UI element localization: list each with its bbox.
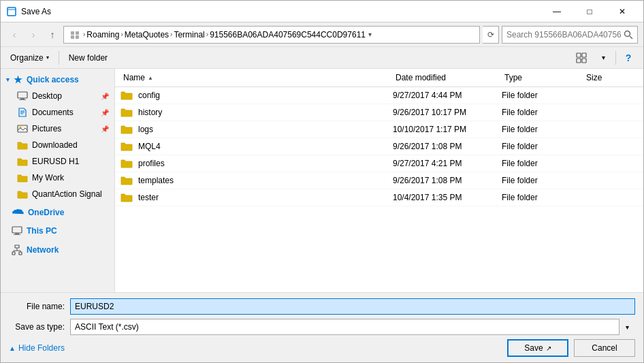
- sidebar-section-network: Network: [1, 242, 114, 258]
- cancel-label: Cancel: [592, 343, 617, 353]
- cancel-button[interactable]: Cancel: [574, 339, 635, 357]
- sidebar-header-network[interactable]: Network: [1, 242, 114, 258]
- folder-icon: [120, 192, 133, 203]
- sidebar-item-documents[interactable]: Documents 📌: [1, 104, 114, 121]
- organize-button[interactable]: Organize ▾: [6, 50, 53, 65]
- window-title: Save As: [21, 7, 541, 16]
- sidebar-item-mywork[interactable]: My Work: [1, 170, 114, 186]
- svg-rect-2: [71, 31, 74, 35]
- forward-button[interactable]: ›: [25, 27, 42, 43]
- col-header-size[interactable]: Size: [583, 72, 638, 84]
- back-button[interactable]: ‹: [6, 27, 22, 43]
- filetype-select[interactable]: ASCII Text (*.csv): [70, 319, 635, 335]
- sidebar-section-onedrive: OneDrive: [1, 205, 114, 220]
- view-button[interactable]: [572, 50, 591, 66]
- search-icon: [624, 30, 633, 40]
- svg-rect-24: [12, 252, 15, 255]
- col-header-type[interactable]: Type: [502, 72, 583, 84]
- minimize-button[interactable]: —: [541, 1, 573, 22]
- file-name-cell: templates: [120, 175, 393, 186]
- file-type-cell: File folder: [502, 108, 583, 117]
- table-row[interactable]: templates 9/26/2017 1:08 PM File folder: [115, 172, 643, 189]
- help-label: ?: [626, 52, 632, 63]
- breadcrumb-terminal[interactable]: Terminal: [174, 30, 204, 40]
- save-button[interactable]: Save ↗: [507, 339, 568, 357]
- sidebar-item-pictures[interactable]: Pictures 📌: [1, 121, 114, 137]
- folder-icon: [120, 107, 133, 118]
- sidebar-section-thispc: This PC: [1, 223, 114, 239]
- table-row[interactable]: config 9/27/2017 4:44 PM File folder: [115, 87, 643, 104]
- new-folder-button[interactable]: New folder: [65, 50, 112, 65]
- sidebar-header-quick-access[interactable]: ▾ ★ Quick access: [1, 72, 114, 88]
- sidebar: ▾ ★ Quick access Desktop 📌 Documents 📌: [1, 69, 115, 292]
- footer-filetype-row: Save as type: ASCII Text (*.csv) ▾: [9, 319, 635, 335]
- col-header-date[interactable]: Date modified: [393, 72, 502, 84]
- breadcrumb-roaming[interactable]: Roaming: [86, 30, 119, 40]
- sidebar-quantaction-label: QuantAction Signal: [32, 189, 102, 199]
- col-header-name[interactable]: Name ▲: [120, 72, 393, 84]
- svg-rect-3: [76, 31, 79, 35]
- maximize-button[interactable]: □: [574, 1, 605, 22]
- file-list-header: Name ▲ Date modified Type Size: [115, 69, 643, 87]
- sidebar-item-desktop[interactable]: Desktop 📌: [1, 88, 114, 104]
- sidebar-pictures-label: Pictures: [32, 124, 61, 133]
- file-date-cell: 9/26/2017 1:08 PM: [393, 176, 502, 185]
- sidebar-eurusd-label: EURUSD H1: [32, 157, 79, 166]
- new-folder-label: New folder: [69, 53, 108, 63]
- sidebar-documents-label: Documents: [32, 108, 74, 117]
- toolbar-divider: [59, 51, 59, 65]
- breadcrumb[interactable]: › Roaming › MetaQuotes › Terminal › 9155…: [63, 26, 480, 44]
- view-dropdown-button[interactable]: ▾: [594, 50, 613, 66]
- onedrive-icon: [12, 208, 24, 217]
- breadcrumb-home-icon: [68, 28, 82, 42]
- svg-rect-21: [15, 233, 19, 234]
- folder-icon: [120, 158, 133, 169]
- folder-icon: [120, 141, 133, 152]
- filename-label: File name:: [9, 302, 70, 311]
- filetype-dropdown-button[interactable]: ▾: [619, 319, 635, 335]
- sidebar-header-onedrive[interactable]: OneDrive: [1, 205, 114, 220]
- window-icon: [6, 6, 17, 17]
- table-row[interactable]: profiles 9/27/2017 4:21 PM File folder: [115, 155, 643, 172]
- breadcrumb-metaquotes[interactable]: MetaQuotes: [125, 30, 169, 40]
- table-row[interactable]: logs 10/10/2017 1:17 PM File folder: [115, 121, 643, 138]
- sidebar-desktop-label: Desktop: [32, 91, 62, 101]
- folder-icon: [120, 90, 133, 101]
- sidebar-quick-access-label: Quick access: [27, 75, 79, 84]
- search-input[interactable]: [506, 30, 621, 40]
- table-row[interactable]: MQL4 9/26/2017 1:08 PM File folder: [115, 138, 643, 155]
- svg-rect-8: [577, 53, 581, 57]
- sidebar-item-eurusd[interactable]: EURUSD H1: [1, 153, 114, 170]
- organize-label: Organize: [10, 53, 44, 63]
- file-name-cell: config: [120, 90, 393, 101]
- help-button[interactable]: ?: [619, 50, 638, 66]
- close-button[interactable]: ✕: [607, 1, 638, 22]
- sidebar-item-quantaction[interactable]: QuantAction Signal: [1, 186, 114, 202]
- breadcrumb-guid[interactable]: 915566BA06ADA407569C544CC0D97611: [210, 30, 366, 40]
- refresh-button[interactable]: ⟳: [483, 26, 499, 44]
- file-name-cell: tester: [120, 192, 393, 203]
- sidebar-item-downloaded[interactable]: Downloaded: [1, 137, 114, 153]
- folder-icon: [120, 124, 133, 135]
- table-row[interactable]: tester 10/4/2017 1:35 PM File folder: [115, 189, 643, 206]
- svg-rect-14: [19, 99, 26, 100]
- breadcrumb-sep-4: ›: [206, 31, 208, 38]
- file-rows-container: config 9/27/2017 4:44 PM File folder his…: [115, 87, 643, 206]
- up-button[interactable]: ↑: [44, 27, 61, 43]
- documents-icon: [17, 107, 28, 118]
- table-row[interactable]: history 9/26/2017 10:17 PM File folder: [115, 104, 643, 121]
- search-bar[interactable]: [502, 26, 638, 44]
- breadcrumb-expand-icon[interactable]: ▾: [368, 31, 372, 38]
- filename-input[interactable]: [70, 298, 635, 315]
- navigation-toolbar: ‹ › ↑ › Roaming › MetaQuotes › Terminal …: [1, 22, 643, 47]
- network-icon: [12, 244, 22, 255]
- file-type-cell: File folder: [502, 142, 583, 151]
- svg-rect-10: [577, 59, 581, 63]
- folder-icon: [120, 175, 133, 186]
- file-type-cell: File folder: [502, 91, 583, 100]
- sidebar-header-thispc[interactable]: This PC: [1, 223, 114, 239]
- window-controls: — □ ✕: [541, 1, 638, 22]
- pictures-pin-icon: 📌: [101, 125, 109, 133]
- hide-folders-toggle[interactable]: ▲ Hide Folders: [9, 343, 65, 353]
- hide-folders-label: Hide Folders: [18, 343, 65, 353]
